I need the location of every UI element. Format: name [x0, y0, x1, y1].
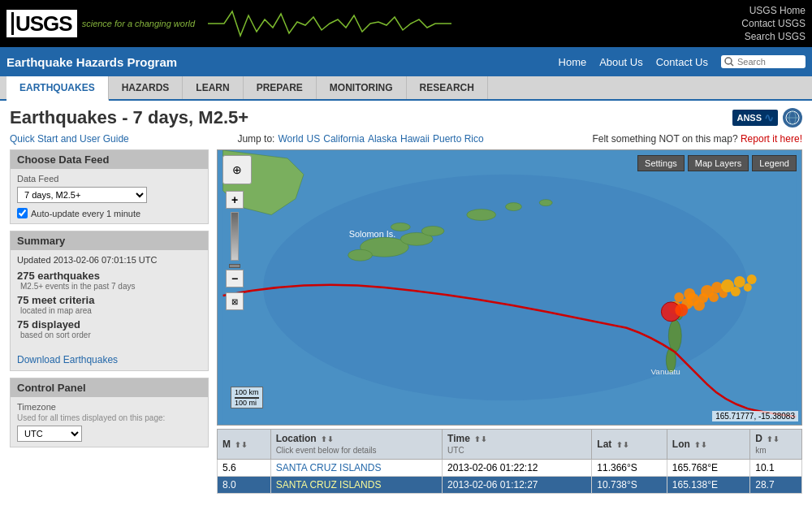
- svg-text:Vanuatu: Vanuatu: [663, 150, 692, 152]
- page-title-row: Earthquakes - 7 days, M2.5+ ANSS ∿: [10, 107, 802, 128]
- sort-arrow-m: ⬆⬇: [235, 441, 248, 449]
- svg-point-20: [674, 292, 684, 302]
- anss-logo: ANSS ∿: [732, 110, 778, 126]
- svg-point-15: [467, 210, 496, 221]
- auto-update-checkbox[interactable]: [17, 208, 28, 218]
- search-usgs-link[interactable]: Search USGS: [745, 31, 806, 42]
- zoom-out-button[interactable]: −: [226, 270, 244, 287]
- scale-sub: 100 mi: [235, 399, 259, 407]
- summary-updated: Updated 2013-02-06 07:01:15 UTC: [17, 255, 201, 265]
- table-row[interactable]: 8.0 SANTA CRUZ ISLANDS 2013-02-06 01:12:…: [218, 477, 802, 494]
- svg-point-9: [348, 249, 373, 261]
- report-link[interactable]: Report it here!: [741, 133, 802, 145]
- contact-link[interactable]: Contact Us: [656, 56, 708, 68]
- summary-content: Updated 2013-02-06 07:01:15 UTC 275 eart…: [11, 250, 208, 370]
- jump-alaska[interactable]: Alaska: [368, 133, 397, 145]
- legend-button[interactable]: Legend: [752, 155, 797, 171]
- sort-arrow-lat: ⬆⬇: [616, 441, 629, 449]
- svg-point-17: [539, 200, 552, 206]
- table-body: 5.6 SANTA CRUZ ISLANDS 2013-02-06 01:22:…: [218, 460, 802, 494]
- usgs-home-link[interactable]: USGS Home: [749, 5, 806, 16]
- data-feed-select-row: 7 days, M2.5+ Past Hour, M2.5+ Past Day,…: [17, 187, 201, 203]
- cell-location[interactable]: SANTA CRUZ ISLANDS: [270, 477, 442, 494]
- usgs-tagline: science for a changing world: [82, 19, 195, 28]
- map-and-table: Solomon Is. Vanuatu Vanuatu Settings Map…: [217, 149, 802, 494]
- col-location[interactable]: Location ⬆⬇ Click event below for detail…: [270, 430, 442, 460]
- contact-usgs-link[interactable]: Contact USGS: [741, 18, 806, 29]
- col-depth-sub: km: [755, 446, 766, 455]
- program-title: Earthquake Hazards Program: [6, 55, 177, 69]
- svg-text:Vanuatu: Vanuatu: [650, 367, 680, 376]
- col-magnitude[interactable]: M ⬆⬇: [218, 430, 271, 460]
- home-link[interactable]: Home: [559, 56, 587, 68]
- jump-row: Quick Start and User Guide Jump to: Worl…: [10, 133, 802, 145]
- tab-monitoring[interactable]: MONITORING: [317, 76, 407, 99]
- table-row[interactable]: 5.6 SANTA CRUZ ISLANDS 2013-02-06 01:22:…: [218, 460, 802, 477]
- col-lat[interactable]: Lat ⬆⬇: [592, 430, 667, 460]
- jump-hawaii[interactable]: Hawaii: [400, 133, 430, 145]
- col-depth[interactable]: D ⬆⬇ km: [750, 430, 802, 460]
- svg-point-12: [668, 320, 681, 352]
- summary-title: Summary: [11, 231, 208, 250]
- displayed-sub: based on sort order: [17, 331, 201, 339]
- zoom-in-button[interactable]: +: [226, 191, 244, 209]
- jump-california[interactable]: California: [323, 133, 365, 145]
- tab-research[interactable]: RESEARCH: [407, 76, 488, 99]
- svg-point-26: [709, 292, 719, 302]
- col-location-sub: Click event below for details: [276, 446, 377, 455]
- cell-time: 2013-02-06 01:22:12: [443, 460, 592, 477]
- search-box[interactable]: [721, 55, 806, 68]
- location-link[interactable]: SANTA CRUZ ISLANDS: [276, 479, 382, 491]
- svg-point-24: [684, 288, 695, 300]
- meet-criteria: 75 meet criteria: [17, 294, 201, 306]
- svg-point-0: [725, 58, 732, 64]
- location-link[interactable]: SANTA CRUZ ISLANDS: [276, 462, 382, 473]
- scale-label: 100 km: [235, 388, 259, 396]
- jump-us[interactable]: US: [307, 133, 321, 145]
- tab-hazards[interactable]: HAZARDS: [109, 76, 184, 99]
- search-input[interactable]: [737, 57, 802, 67]
- timezone-select[interactable]: UTC Local: [17, 426, 82, 442]
- felt-report: Felt something NOT on this map? Report i…: [592, 133, 802, 145]
- svg-text:Solomon Is.: Solomon Is.: [349, 229, 396, 239]
- table-header: M ⬆⬇ Location ⬆⬇ Click event below for d…: [218, 430, 802, 460]
- col-time-sub: UTC: [447, 446, 464, 455]
- cell-lat: 11.366°S: [592, 460, 667, 477]
- svg-point-35: [675, 304, 688, 317]
- cell-location[interactable]: SANTA CRUZ ISLANDS: [270, 460, 442, 477]
- felt-text: Felt something NOT on this map?: [592, 133, 737, 145]
- eq-count: 275 earthquakes: [17, 270, 201, 282]
- col-lon[interactable]: Lon ⬆⬇: [667, 430, 749, 460]
- two-col: Choose Data Feed Data Feed 7 days, M2.5+…: [10, 149, 802, 494]
- tab-earthquakes[interactable]: EARTHQUAKES: [6, 76, 109, 101]
- data-feed-label: Data Feed: [17, 174, 201, 184]
- zoom-slider-track: [231, 212, 239, 261]
- tab-prepare[interactable]: PREPARE: [244, 76, 317, 99]
- tab-learn[interactable]: LEARN: [183, 76, 243, 99]
- cell-lon: 165.768°E: [667, 460, 749, 477]
- updated-value: 2013-02-06 07:01:15 UTC: [54, 255, 158, 265]
- nav-cross[interactable]: ⊕: [222, 155, 252, 184]
- meet-sub: located in map area: [17, 306, 201, 315]
- jump-links: Jump to: World US California Alaska Hawa…: [237, 133, 483, 145]
- svg-point-33: [747, 274, 757, 284]
- cell-depth: 10.1: [750, 460, 802, 477]
- map-controls-top: Settings Map Layers Legend: [637, 155, 797, 171]
- settings-button[interactable]: Settings: [637, 155, 685, 171]
- zoom-slider-handle[interactable]: [229, 264, 240, 268]
- download-link[interactable]: Download Earthquakes: [17, 354, 118, 365]
- data-feed-select[interactable]: 7 days, M2.5+ Past Hour, M2.5+ Past Day,…: [17, 187, 147, 203]
- quick-start-link[interactable]: Quick Start and User Guide: [10, 133, 129, 145]
- updated-label: Updated: [17, 255, 51, 265]
- left-panel: Choose Data Feed Data Feed 7 days, M2.5+…: [10, 149, 209, 494]
- map-navigation[interactable]: ⊕: [222, 155, 252, 184]
- col-time[interactable]: Time ⬆⬇ UTC: [443, 430, 592, 460]
- zoom-reset-button[interactable]: ⊠: [226, 292, 244, 310]
- jump-world[interactable]: World: [278, 133, 303, 145]
- about-link[interactable]: About Us: [599, 56, 642, 68]
- jump-puertorico[interactable]: Puerto Rico: [433, 133, 484, 145]
- map-layers-button[interactable]: Map Layers: [688, 155, 749, 171]
- data-feed-content: Data Feed 7 days, M2.5+ Past Hour, M2.5+…: [11, 169, 208, 223]
- svg-point-31: [734, 276, 745, 287]
- map-wrapper[interactable]: Solomon Is. Vanuatu Vanuatu Settings Map…: [217, 149, 802, 426]
